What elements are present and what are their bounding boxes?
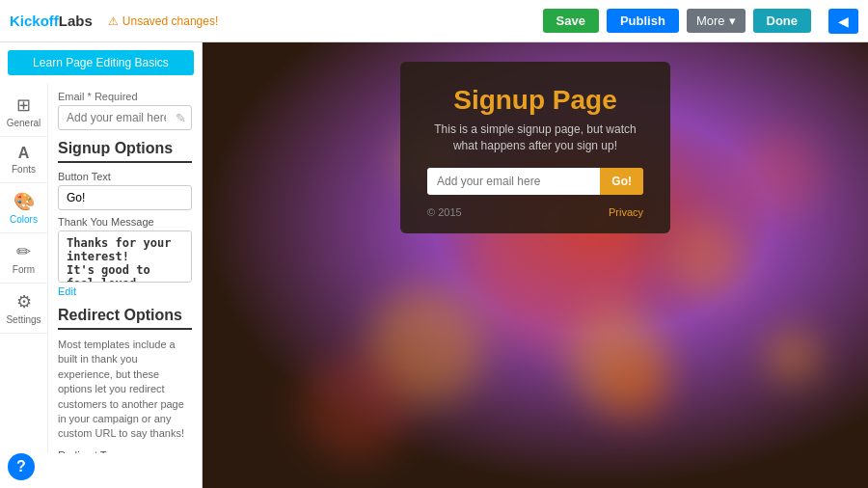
more-button[interactable]: More ▾	[687, 9, 746, 33]
colors-icon: 🎨	[14, 191, 35, 212]
sidebar-layout: ⊞ General A Fonts 🎨 Colors ✏ Form ⚙ S	[0, 83, 202, 453]
bokeh-circle-7	[602, 354, 669, 421]
bokeh-circle-8	[769, 332, 817, 380]
sidebar-item-colors[interactable]: 🎨 Colors	[0, 183, 47, 233]
signup-card: Signup Page This is a simple signup page…	[400, 62, 670, 233]
signup-options-header: Signup Options	[58, 140, 192, 163]
preview-area: Signup Page This is a simple signup page…	[203, 42, 868, 488]
unsaved-message: ⚠ Unsaved changes!	[108, 14, 218, 28]
save-button[interactable]: Save	[543, 9, 599, 33]
back-nav-button[interactable]: ◀	[828, 9, 858, 34]
main-layout: Learn Page Editing Basics ⊞ General A Fo…	[0, 42, 868, 488]
done-button[interactable]: Done	[753, 9, 812, 33]
form-icon: ✏	[16, 241, 31, 262]
warning-icon: ⚠	[108, 14, 119, 28]
sidebar-item-general[interactable]: ⊞ General	[0, 87, 47, 137]
fonts-icon: A	[18, 145, 30, 162]
edit-link[interactable]: Edit	[58, 285, 192, 297]
card-privacy-link[interactable]: Privacy	[609, 206, 643, 218]
bokeh-circle-9	[303, 354, 409, 460]
thank-you-textarea[interactable]	[58, 230, 192, 283]
sidebar-icon-nav: ⊞ General A Fonts 🎨 Colors ✏ Form ⚙ S	[0, 83, 48, 453]
general-icon: ⊞	[16, 95, 31, 116]
logo: KickoffLabs	[10, 13, 93, 29]
email-field-wrap: ✎	[58, 105, 192, 130]
button-text-input[interactable]	[58, 185, 192, 210]
card-footer: © 2015 Privacy	[427, 206, 643, 218]
sidebar-item-form[interactable]: ✏ Form	[0, 233, 47, 284]
email-input[interactable]	[58, 105, 192, 130]
logo-text: KickoffLabs	[10, 13, 93, 29]
top-bar: KickoffLabs ⚠ Unsaved changes! Save Publ…	[0, 0, 868, 42]
publish-button[interactable]: Publish	[607, 9, 679, 33]
card-form: Go!	[427, 168, 643, 195]
settings-icon: ⚙	[16, 291, 32, 312]
card-email-input[interactable]	[427, 168, 600, 195]
bokeh-circle-4	[668, 221, 746, 298]
thank-you-label: Thank You Message	[58, 216, 192, 228]
sidebar-item-settings[interactable]: ⚙ Settings	[0, 284, 47, 334]
help-button[interactable]: ?	[8, 453, 35, 480]
card-submit-button[interactable]: Go!	[600, 168, 643, 195]
sidebar: Learn Page Editing Basics ⊞ General A Fo…	[0, 42, 203, 488]
card-copyright: © 2015	[427, 206, 462, 218]
button-text-label: Button Text	[58, 171, 192, 182]
edit-pencil-icon[interactable]: ✎	[176, 111, 186, 125]
chevron-down-icon: ▾	[729, 14, 736, 28]
sidebar-item-fonts[interactable]: A Fonts	[0, 137, 47, 183]
card-description: This is a simple signup page, but watch …	[427, 122, 643, 154]
learn-basics-button[interactable]: Learn Page Editing Basics	[8, 50, 194, 75]
redirect-to-label: Redirect To	[58, 449, 192, 453]
email-field-label: Email * Required	[58, 91, 192, 102]
bokeh-circle-6	[735, 131, 822, 218]
redirect-options-header: Redirect Options	[58, 307, 192, 330]
redirect-desc-text: Most templates include a built in thank …	[58, 338, 192, 442]
card-title: Signup Page	[427, 85, 643, 116]
sidebar-content-panel: Email * Required ✎ Signup Options Button…	[48, 83, 202, 453]
